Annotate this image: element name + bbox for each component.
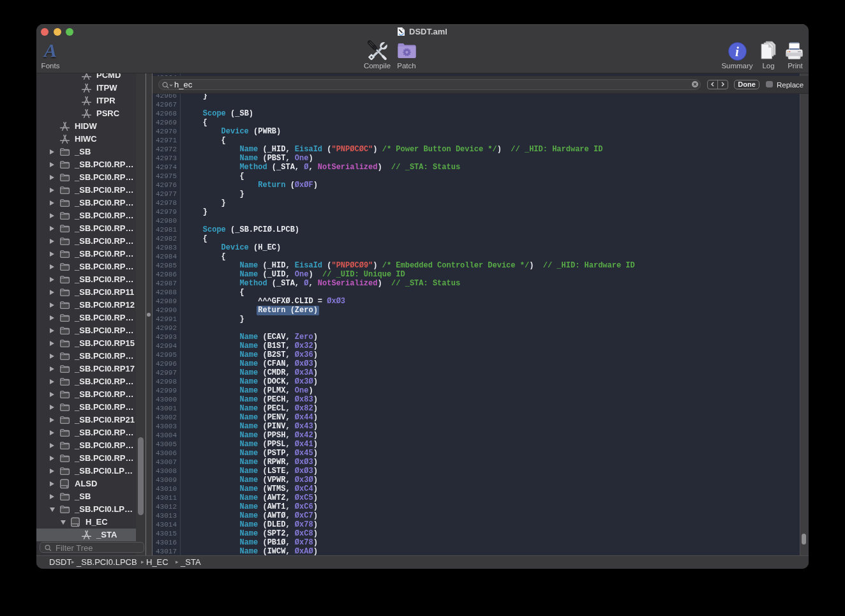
svg-text:i: i — [735, 44, 739, 59]
